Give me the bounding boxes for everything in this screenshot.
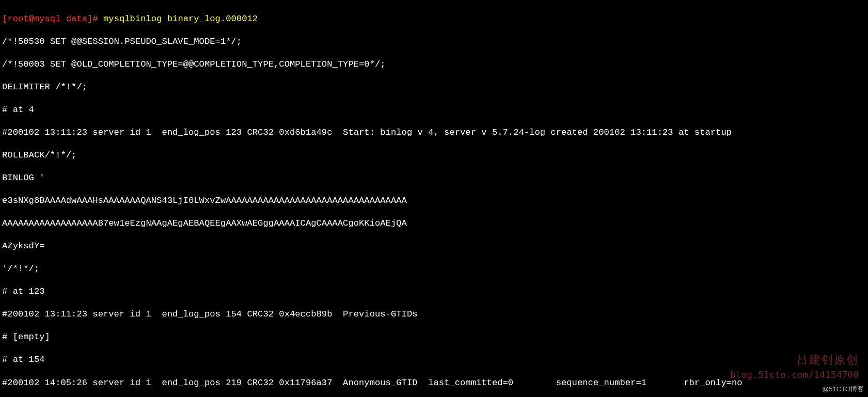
- watermark-author: 吕建钊原创: [797, 353, 859, 367]
- command-text: mysqlbinlog binary_log.000012: [103, 14, 258, 24]
- terminal-area[interactable]: [root@mysql data]# mysqlbinlog binary_lo…: [0, 0, 868, 397]
- output-line: # at 123: [2, 286, 866, 297]
- prompt-row: [root@mysql data]# mysqlbinlog binary_lo…: [2, 13, 866, 25]
- output-line: /*!50530 SET @@SESSION.PSEUDO_SLAVE_MODE…: [2, 36, 866, 47]
- output-line: '/*!*/;: [2, 263, 866, 275]
- output-line: AZyksdY=: [2, 241, 866, 252]
- output-line: # at 4: [2, 104, 866, 116]
- output-line: DELIMITER /*!*/;: [2, 82, 866, 93]
- footer-watermark: @51CTO博客: [822, 385, 864, 394]
- output-line: BINLOG ': [2, 172, 866, 184]
- output-line: # at 154: [2, 354, 866, 366]
- output-line: /*!50003 SET @OLD_COMPLETION_TYPE=@@COMP…: [2, 59, 866, 70]
- output-line: # [empty]: [2, 331, 866, 343]
- prompt-open: [: [2, 14, 7, 24]
- output-line: ROLLBACK/*!*/;: [2, 150, 866, 161]
- watermark-link: blog.51cto.com/14154700: [730, 369, 859, 380]
- prompt-close: ]#: [87, 14, 103, 24]
- output-line: #200102 13:11:23 server id 1 end_log_pos…: [2, 309, 866, 320]
- output-line: #200102 13:11:23 server id 1 end_log_pos…: [2, 127, 866, 138]
- output-line: e3sNXg8BAAAAdwAAAHsAAAAAAAQANS43LjI0LWxv…: [2, 195, 866, 207]
- output-line: AAAAAAAAAAAAAAAAAAB7ew1eEzgNAAgAEgAEBAQE…: [2, 218, 866, 229]
- prompt-user-host: root@mysql data: [7, 14, 87, 24]
